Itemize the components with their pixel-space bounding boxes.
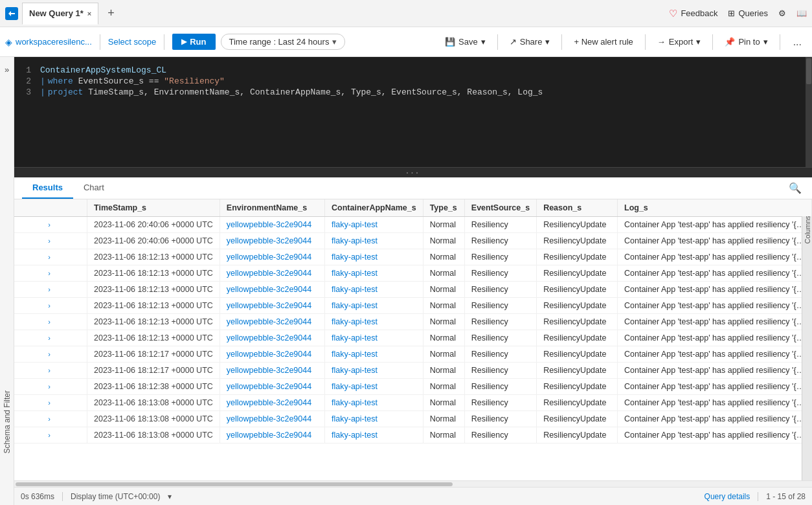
columns-panel[interactable]: ⊞ Columns: [802, 199, 812, 480]
col-header-app: ContainerAppName_s: [325, 199, 423, 217]
expand-icon[interactable]: ›: [48, 253, 53, 261]
expand-icon[interactable]: ›: [48, 286, 53, 293]
cell-app: flaky-api-test: [325, 379, 423, 395]
expand-icon[interactable]: ›: [48, 334, 53, 342]
cell-type: Normal: [423, 217, 464, 233]
col-header-timestamp: [14, 199, 87, 217]
table-row[interactable]: › 2023-11-06 20:40:06 +0000 UTC yellowpe…: [14, 233, 812, 249]
tab-results[interactable]: Results: [22, 177, 73, 199]
editor-collapse-bar[interactable]: ···: [14, 167, 812, 177]
results-table-container[interactable]: TimeStamp_s EnvironmentName_s ContainerA…: [14, 199, 812, 480]
cell-app: flaky-api-test: [325, 411, 423, 427]
time-range-picker[interactable]: Time range : Last 24 hours ▾: [221, 34, 346, 50]
row-expand-cell[interactable]: ›: [14, 330, 87, 346]
settings-button[interactable]: ⚙: [778, 8, 786, 18]
cell-type: Normal: [423, 282, 464, 298]
cell-env: yellowpebble-3c2e9044: [220, 217, 324, 233]
table-row[interactable]: › 2023-11-06 18:12:17 +0000 UTC yellowpe…: [14, 346, 812, 363]
cell-eventsource: Resiliency: [464, 363, 536, 379]
cell-env: yellowpebble-3c2e9044: [220, 233, 324, 249]
select-scope-link[interactable]: Select scope: [108, 37, 156, 47]
cell-timestamp: 2023-11-06 18:12:13 +0000 UTC: [87, 314, 220, 330]
expand-icon[interactable]: ›: [48, 399, 53, 407]
cell-log: Container App 'test-app' has applied res…: [618, 395, 812, 411]
queries-button[interactable]: ⊞ Queries: [728, 8, 768, 18]
share-button[interactable]: ↗ Share ▾: [506, 34, 554, 49]
row-expand-cell[interactable]: ›: [14, 379, 87, 395]
query-pane: 1 ContainerAppSystemLogs_CL 2 | where Ev…: [14, 57, 812, 505]
cell-app: flaky-api-test: [325, 330, 423, 346]
cell-log: Container App 'test-app' has applied res…: [618, 411, 812, 427]
row-expand-cell[interactable]: ›: [14, 298, 87, 314]
editor-scrollbar[interactable]: [806, 57, 812, 167]
table-row[interactable]: › 2023-11-06 18:12:13 +0000 UTC yellowpe…: [14, 314, 812, 330]
expand-icon[interactable]: ›: [48, 269, 53, 277]
row-expand-cell[interactable]: ›: [14, 314, 87, 330]
table-row[interactable]: › 2023-11-06 18:12:13 +0000 UTC yellowpe…: [14, 249, 812, 265]
active-tab[interactable]: New Query 1* ×: [22, 3, 98, 25]
table-row[interactable]: › 2023-11-06 18:13:08 +0000 UTC yellowpe…: [14, 427, 812, 443]
table-row[interactable]: › 2023-11-06 18:12:17 +0000 UTC yellowpe…: [14, 363, 812, 379]
new-alert-button[interactable]: + New alert rule: [570, 34, 637, 49]
feedback-button[interactable]: ♡ Feedback: [669, 8, 717, 19]
table-row[interactable]: › 2023-11-06 20:40:06 +0000 UTC yellowpe…: [14, 217, 812, 233]
expand-icon[interactable]: ›: [48, 302, 53, 309]
table-row[interactable]: › 2023-11-06 18:12:13 +0000 UTC yellowpe…: [14, 265, 812, 282]
tab-chart[interactable]: Chart: [73, 177, 115, 199]
gear-icon: ⚙: [778, 8, 786, 18]
line-number-3: 3: [14, 87, 40, 97]
expand-icon[interactable]: ›: [48, 237, 53, 245]
row-expand-cell[interactable]: ›: [14, 265, 87, 282]
horizontal-scrollbar[interactable]: [14, 480, 812, 487]
cell-app: flaky-api-test: [325, 265, 423, 282]
row-expand-cell[interactable]: ›: [14, 411, 87, 427]
expand-icon[interactable]: ›: [48, 415, 53, 423]
table-row[interactable]: › 2023-11-06 18:12:13 +0000 UTC yellowpe…: [14, 298, 812, 314]
row-expand-cell[interactable]: ›: [14, 427, 87, 443]
table-search-button[interactable]: 🔍: [786, 179, 804, 197]
expand-icon[interactable]: ›: [48, 366, 53, 374]
docs-button[interactable]: 📖: [796, 8, 807, 18]
row-expand-cell[interactable]: ›: [14, 233, 87, 249]
expand-icon[interactable]: ›: [48, 221, 53, 229]
cell-log: Container App 'test-app' has applied res…: [618, 314, 812, 330]
sidebar-collapse-button[interactable]: »: [2, 62, 12, 77]
cell-log: Container App 'test-app' has applied res…: [618, 282, 812, 298]
cell-eventsource: Resiliency: [464, 298, 536, 314]
table-row[interactable]: › 2023-11-06 18:13:08 +0000 UTC yellowpe…: [14, 411, 812, 427]
table-row[interactable]: › 2023-11-06 18:12:13 +0000 UTC yellowpe…: [14, 282, 812, 298]
row-expand-cell[interactable]: ›: [14, 363, 87, 379]
export-button[interactable]: → Export ▾: [653, 34, 705, 49]
cell-type: Normal: [423, 249, 464, 265]
expand-icon[interactable]: ›: [48, 431, 53, 439]
cell-env: yellowpebble-3c2e9044: [220, 346, 324, 363]
save-button[interactable]: 💾 Save ▾: [441, 34, 490, 49]
expand-icon[interactable]: ›: [48, 350, 53, 358]
table-row[interactable]: › 2023-11-06 18:12:38 +0000 UTC yellowpe…: [14, 379, 812, 395]
display-time-chevron[interactable]: ▾: [168, 492, 172, 501]
heart-icon: ♡: [669, 8, 677, 19]
toolbar-divider-3: [497, 34, 498, 50]
more-options-button[interactable]: ...: [788, 34, 807, 50]
editor-line-1: 1 ContainerAppSystemLogs_CL: [14, 65, 812, 76]
table-row[interactable]: › 2023-11-06 18:12:13 +0000 UTC yellowpe…: [14, 330, 812, 346]
cell-type: Normal: [423, 395, 464, 411]
row-expand-cell[interactable]: ›: [14, 217, 87, 233]
pin-to-button[interactable]: 📌 Pin to ▾: [721, 34, 771, 49]
query-editor[interactable]: 1 ContainerAppSystemLogs_CL 2 | where Ev…: [14, 57, 812, 167]
expand-icon[interactable]: ›: [48, 383, 53, 390]
tab-close-icon[interactable]: ×: [87, 10, 91, 17]
query-details-link[interactable]: Query details: [705, 492, 750, 501]
row-expand-cell[interactable]: ›: [14, 282, 87, 298]
row-expand-cell[interactable]: ›: [14, 395, 87, 411]
row-expand-cell[interactable]: ›: [14, 249, 87, 265]
workspace-selector[interactable]: ◈ workspaceresilenc...: [5, 37, 92, 47]
table-row[interactable]: › 2023-11-06 18:13:08 +0000 UTC yellowpe…: [14, 395, 812, 411]
expand-icon[interactable]: ›: [48, 318, 53, 326]
row-expand-cell[interactable]: ›: [14, 346, 87, 363]
schema-filter-label[interactable]: Schema and Filter: [3, 390, 12, 453]
line-code-2: where EventSource_s == "Resiliency": [48, 76, 225, 86]
add-tab-button[interactable]: +: [102, 4, 120, 23]
run-button[interactable]: ▶ Run: [172, 34, 215, 50]
status-divider-1: [62, 492, 63, 501]
